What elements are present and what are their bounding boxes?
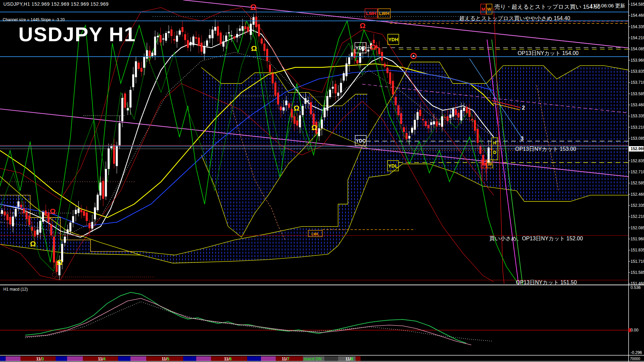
chart-canvas[interactable]: ΩΩΩΩΩΩΩΩΩLMHLWHMWYDOYDHYDCYDLLWLMWHD売り・超… xyxy=(0,0,644,362)
price-tick-label: 152.335 xyxy=(631,203,644,208)
session-block xyxy=(118,356,130,361)
price-tick-label: 153.835 xyxy=(631,69,644,74)
label-box-w-top-label: W xyxy=(487,7,491,12)
price-tick-label: 153.710 xyxy=(631,80,644,85)
date-label: 11/7 xyxy=(282,357,289,361)
label-box-lwh-label: LWH xyxy=(379,11,389,16)
omega-marker: Ω xyxy=(370,43,376,51)
price-tick-label: 154.210 xyxy=(631,36,644,40)
note-sell-15450: 売り・超えるとストップロス買い 154.50 xyxy=(494,4,600,10)
price-tick-label: 154.085 xyxy=(631,47,644,51)
date-label: 11/5 xyxy=(162,357,169,361)
session-block xyxy=(356,356,361,361)
session-block xyxy=(67,356,83,361)
omega-marker: Ω xyxy=(57,258,63,266)
price-tick-label: 153.460 xyxy=(631,103,644,107)
omega-marker: Ω xyxy=(250,3,256,12)
label-box-ydh-label: YDH xyxy=(388,37,398,42)
session-block xyxy=(324,356,338,361)
last-updated-label: 11/7 06:06 更新 xyxy=(590,3,625,9)
price-tick-label: 153.210 xyxy=(631,125,644,130)
chart-window: ΩΩΩΩΩΩΩΩΩLMHLWHMWYDOYDHYDCYDLLWLMWHD売り・超… xyxy=(0,0,644,362)
price-tick-label: 153.335 xyxy=(631,114,644,118)
omega-marker: Ω xyxy=(251,44,257,53)
session-block xyxy=(196,356,211,361)
note-op-152: 買い小さめ、OP13日NYカット 152.00 xyxy=(489,236,583,241)
note-op-153: OP13日NYカット 153.00 xyxy=(515,146,576,152)
macd-panel-label: H1 macd (12) xyxy=(3,287,28,292)
omega-marker: Ω xyxy=(360,21,366,30)
label-box-ydc-label: YDC xyxy=(356,138,366,143)
macd-tick-label: 0.00 xyxy=(631,328,639,333)
omega-marker: Ω xyxy=(293,104,300,112)
price-tick-label: 151.960 xyxy=(631,237,644,241)
price-tick-label: 152.085 xyxy=(631,226,644,230)
label-box-hd-label: D xyxy=(493,150,496,155)
price-tick-label: 151.835 xyxy=(631,248,644,252)
price-tick-label: 151.710 xyxy=(631,259,644,264)
session-block xyxy=(247,356,261,361)
note-op-154: OP13日NYカット 154.00 xyxy=(518,50,579,56)
macd-tick-label: -0.296 xyxy=(631,350,642,355)
label-box-w-low-label: W xyxy=(488,162,492,167)
price-tick-label: 153.960 xyxy=(631,58,644,63)
price-tick-label: 152.835 xyxy=(631,159,644,163)
price-tick-label: 152.585 xyxy=(631,181,644,185)
session-block xyxy=(56,356,67,361)
watermark-title: USDJPY H1 xyxy=(18,23,136,46)
channel-info-label: Channel size = 1445 Slope = -3.20 xyxy=(3,17,65,22)
label-box-ydo-label: YDO xyxy=(356,45,366,51)
note-op-1515: OP13日NYカット 151.50 xyxy=(516,280,577,285)
date-label: 11/4 xyxy=(98,357,106,361)
price-tick-label: 152.710 xyxy=(631,170,644,174)
date-label: 11/6 xyxy=(224,357,232,361)
session-block xyxy=(130,356,146,361)
macd-tick-label: 0.536 xyxy=(631,285,641,290)
date-label: 11/3 xyxy=(36,357,44,361)
price-tick-label: 152.210 xyxy=(631,214,644,219)
label-box-lwl-label: LWL xyxy=(311,232,319,236)
price-tick-label: 151.585 xyxy=(631,270,644,275)
price-tick-label: 154.460 xyxy=(631,13,644,18)
omega-marker: Ω xyxy=(311,123,317,132)
price-tick-label: 154.335 xyxy=(631,24,644,29)
omega-marker: Ω xyxy=(30,240,36,248)
date-label: 11/8 xyxy=(345,357,353,361)
session-block xyxy=(0,356,6,361)
macd-on-label[interactable]: macd ON xyxy=(304,357,322,361)
label-box-lmh-label: LMH xyxy=(366,11,376,16)
label-box-m-low-label: M xyxy=(482,162,486,167)
session-block xyxy=(261,356,276,361)
price-tick-label: 154.585 xyxy=(631,2,644,7)
donut-marker-center xyxy=(413,55,414,57)
price-tick-label: 153.085 xyxy=(631,136,644,141)
session-block xyxy=(6,356,20,361)
label-box-m-top-label: M xyxy=(482,7,485,12)
omega-marker: Ω xyxy=(50,207,56,216)
label-box-ydl-label: YDL xyxy=(388,163,398,169)
price-tick-label: 153.585 xyxy=(631,92,644,96)
wave-label-2: 2 xyxy=(522,105,525,111)
wave-label-3: 3 xyxy=(521,136,524,141)
label-box-hd-label: H xyxy=(493,140,496,145)
symbol-title: USDJPY,H1 152.969 152.969 152.969 152.96… xyxy=(3,1,109,7)
current-price-value: 152.969 xyxy=(631,146,644,151)
note-stop-15440: 超えるとストップロス買いやや小さめ 154.40 xyxy=(459,15,570,21)
volume-scale-label: 70000 xyxy=(630,357,640,361)
session-block xyxy=(183,356,196,361)
price-tick-label: 152.460 xyxy=(631,192,644,197)
